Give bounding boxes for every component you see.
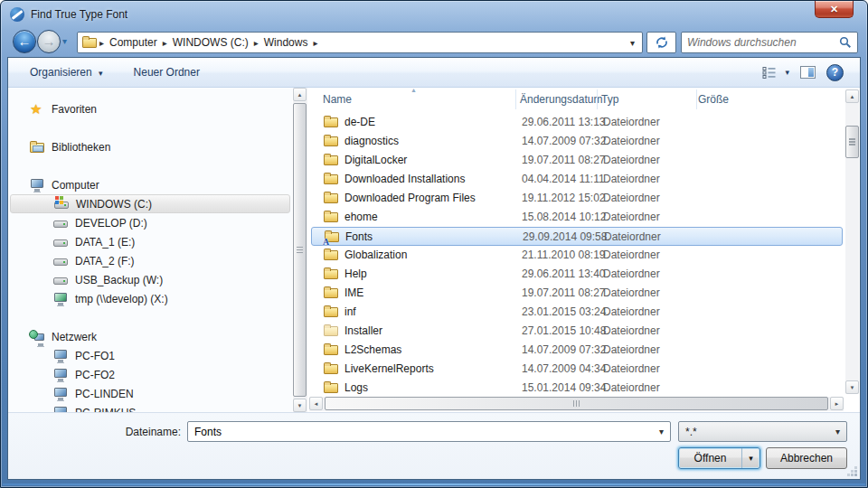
views-button[interactable]: ▾ bbox=[762, 66, 789, 79]
file-row[interactable]: LiveKernelReports14.07.2009 04:34Dateior… bbox=[311, 360, 843, 379]
history-dropdown-icon[interactable]: ▾ bbox=[62, 36, 67, 46]
file-row[interactable]: de-DE29.06.2011 13:13Dateiordner bbox=[311, 113, 843, 132]
sidebar-scrollbar[interactable]: ▲ ▼ bbox=[293, 88, 307, 412]
scroll-right-icon[interactable]: ► bbox=[830, 397, 844, 410]
search-box bbox=[681, 32, 858, 53]
computer-icon bbox=[53, 387, 69, 401]
scroll-up-icon[interactable]: ▲ bbox=[293, 88, 307, 101]
new-folder-button[interactable]: Neuer Ordner bbox=[125, 62, 209, 82]
sidebar-item-drive-tmp-x[interactable]: tmp (\\develop) (X:) bbox=[10, 289, 290, 308]
chevron-down-icon[interactable]: ▾ bbox=[659, 427, 664, 436]
computer-icon bbox=[53, 349, 69, 363]
window-title: Find True Type Font bbox=[31, 8, 127, 21]
breadcrumb-drive-c[interactable]: WINDOWS (C:) bbox=[169, 36, 252, 49]
filetype-value: *.* bbox=[679, 426, 835, 438]
computer-icon bbox=[53, 406, 69, 413]
sidebar-item-netzwerk[interactable]: Netzwerk bbox=[10, 327, 290, 346]
sidebar-item-favoriten[interactable]: ★ Favoriten bbox=[10, 99, 290, 118]
scroll-left-icon[interactable]: ◄ bbox=[309, 397, 323, 410]
file-row[interactable]: Downloaded Program Files19.11.2012 15:02… bbox=[311, 189, 843, 208]
dialog-footer: Dateiname: ▾ *.* ▾ Öffnen ▾ Abbrechen bbox=[8, 412, 860, 479]
sidebar-item-pc-fo2[interactable]: PC-FO2 bbox=[10, 365, 290, 384]
file-row[interactable]: DigitalLocker19.07.2011 08:27Dateiordner bbox=[311, 151, 843, 170]
file-row[interactable]: IME19.07.2011 08:27Dateiordner bbox=[311, 284, 843, 303]
column-header-name[interactable]: Name bbox=[323, 93, 352, 106]
scroll-down-icon[interactable]: ▼ bbox=[845, 380, 859, 394]
sidebar-item-drive-windows-c[interactable]: WINDOWS (C:) bbox=[10, 194, 290, 213]
sidebar-item-drive-data2-f[interactable]: DATA_2 (F:) bbox=[10, 251, 290, 270]
navigation-pane: ★ Favoriten Bibliotheken Computer WINDOW… bbox=[8, 88, 292, 412]
sidebar-item-computer[interactable]: Computer bbox=[10, 175, 290, 194]
column-header-type[interactable]: Typ bbox=[601, 93, 618, 106]
open-dropdown-icon[interactable]: ▾ bbox=[741, 448, 760, 468]
address-bar[interactable]: ▸ Computer ▸ WINDOWS (C:) ▸ Windows ▸ ▾ bbox=[77, 32, 643, 53]
sidebar-item-pc-fo1[interactable]: PC-FO1 bbox=[10, 346, 290, 365]
title-bar[interactable]: Find True Type Font ✕ bbox=[1, 1, 867, 28]
system-drive-icon bbox=[54, 197, 70, 211]
refresh-icon bbox=[655, 35, 669, 50]
preview-pane-button[interactable] bbox=[800, 66, 816, 79]
file-row[interactable]: Globalization21.11.2010 08:19Dateiordner bbox=[311, 246, 843, 265]
folder-icon bbox=[324, 305, 339, 319]
sidebar-item-pc-linden[interactable]: PC-LINDEN bbox=[10, 384, 290, 403]
sidebar-item-drive-develop-d[interactable]: DEVELOP (D:) bbox=[10, 213, 290, 232]
sidebar-item-pc-rimkus[interactable]: PC-RIMKUS bbox=[10, 403, 290, 412]
chevron-down-icon: ▾ bbox=[785, 68, 789, 77]
sort-ascending-icon: ▲ bbox=[410, 88, 417, 93]
network-icon bbox=[30, 330, 45, 344]
folder-icon bbox=[324, 210, 339, 224]
open-button[interactable]: Öffnen ▾ bbox=[678, 447, 760, 469]
sidebar-scrollbar-thumb[interactable] bbox=[293, 103, 307, 397]
search-icon[interactable] bbox=[839, 36, 852, 49]
computer-icon bbox=[30, 178, 45, 192]
file-row[interactable]: Installer27.01.2015 10:48Dateiordner bbox=[311, 322, 843, 341]
organize-button[interactable]: Organisieren ▾ bbox=[21, 62, 112, 82]
list-hscroll-thumb[interactable] bbox=[325, 397, 828, 410]
file-row[interactable]: Logs15.01.2014 09:34Dateiordner bbox=[311, 379, 843, 396]
folder-icon bbox=[324, 191, 339, 205]
file-row[interactable]: Downloaded Installations04.04.2014 11:11… bbox=[311, 170, 843, 189]
list-horizontal-scrollbar[interactable]: ◄ ► bbox=[309, 397, 844, 411]
sidebar-item-drive-usbbackup-w[interactable]: USB_Backup (W:) bbox=[10, 270, 290, 289]
list-vscroll-thumb[interactable] bbox=[845, 126, 859, 158]
navigation-bar: ← → ▾ ▸ Computer ▸ WINDOWS (C:) ▸ Window… bbox=[1, 28, 867, 57]
resize-grip[interactable] bbox=[854, 474, 857, 476]
close-button[interactable]: ✕ bbox=[815, 1, 854, 18]
file-row[interactable]: Help29.06.2011 13:40Dateiordner bbox=[311, 265, 843, 284]
filetype-select[interactable]: *.* ▾ bbox=[678, 421, 847, 442]
file-row-selected-fonts[interactable]: A Fonts29.09.2014 09:58Dateiordner bbox=[311, 227, 843, 246]
back-button[interactable]: ← bbox=[13, 30, 36, 53]
command-toolbar: Organisieren ▾ Neuer Ordner ▾ bbox=[8, 58, 860, 88]
scroll-down-icon[interactable]: ▼ bbox=[293, 399, 307, 412]
drive-icon bbox=[53, 216, 69, 230]
chevron-down-icon: ▾ bbox=[99, 69, 103, 78]
dialog-body: ★ Favoriten Bibliotheken Computer WINDOW… bbox=[8, 88, 860, 412]
scroll-up-icon[interactable]: ▲ bbox=[845, 89, 859, 103]
dialog-content: Organisieren ▾ Neuer Ordner ▾ bbox=[7, 57, 861, 480]
file-list: ▲ Name Änderungsdatum Typ Größe de-DE29.… bbox=[309, 88, 844, 396]
column-header-size[interactable]: Größe bbox=[698, 93, 729, 106]
forward-button[interactable]: → bbox=[37, 30, 61, 53]
folder-icon bbox=[324, 380, 339, 395]
file-row[interactable]: L2Schemas14.07.2009 07:32Dateiordner bbox=[311, 341, 843, 360]
column-header-date[interactable]: Änderungsdatum bbox=[520, 93, 602, 106]
folder-icon bbox=[324, 115, 339, 129]
file-row[interactable]: ehome15.08.2014 10:12Dateiordner bbox=[311, 208, 843, 227]
sidebar-item-drive-data1-e[interactable]: DATA_1 (E:) bbox=[10, 232, 290, 251]
file-row[interactable]: inf23.01.2015 03:24Dateiordner bbox=[311, 303, 843, 322]
list-vertical-scrollbar[interactable]: ▲ ▼ bbox=[845, 89, 859, 394]
sidebar-item-bibliotheken[interactable]: Bibliotheken bbox=[10, 137, 290, 156]
address-dropdown-icon[interactable]: ▾ bbox=[630, 38, 635, 48]
breadcrumb-separator-icon[interactable]: ▸ bbox=[311, 38, 319, 48]
help-button[interactable]: ? bbox=[826, 64, 844, 81]
file-row[interactable]: diagnostics14.07.2009 07:32Dateiordner bbox=[311, 132, 843, 151]
filename-input[interactable] bbox=[188, 426, 659, 438]
breadcrumb-separator-icon[interactable]: ▸ bbox=[161, 38, 169, 48]
breadcrumb-windows[interactable]: Windows bbox=[260, 36, 312, 49]
cancel-button[interactable]: Abbrechen bbox=[766, 447, 847, 469]
refresh-button[interactable] bbox=[646, 32, 676, 53]
breadcrumb-separator-icon[interactable]: ▸ bbox=[252, 38, 260, 48]
breadcrumb-computer[interactable]: Computer bbox=[106, 36, 161, 49]
search-input[interactable] bbox=[682, 36, 839, 49]
breadcrumb-separator-icon[interactable]: ▸ bbox=[98, 38, 106, 48]
